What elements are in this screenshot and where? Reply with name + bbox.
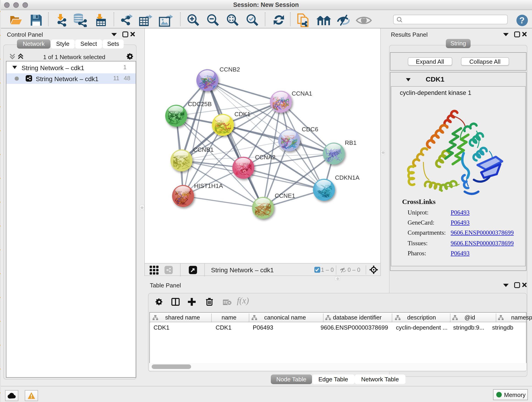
svg-text:CDC25B: CDC25B: [188, 101, 211, 108]
svg-text:CDK1: CDK1: [234, 111, 250, 118]
svg-text:CCNB1: CCNB1: [193, 146, 213, 153]
svg-text:CDKN1A: CDKN1A: [335, 174, 359, 181]
svg-text:CCNA2: CCNA2: [255, 154, 275, 161]
svg-text:CDC6: CDC6: [302, 126, 318, 133]
svg-text:CCNA1: CCNA1: [291, 90, 312, 97]
svg-text:CCNE1: CCNE1: [274, 192, 295, 199]
svg-text:CCNB2: CCNB2: [219, 66, 240, 73]
svg-text:HIST1H1A: HIST1H1A: [194, 182, 223, 189]
svg-text:RB1: RB1: [345, 139, 356, 146]
